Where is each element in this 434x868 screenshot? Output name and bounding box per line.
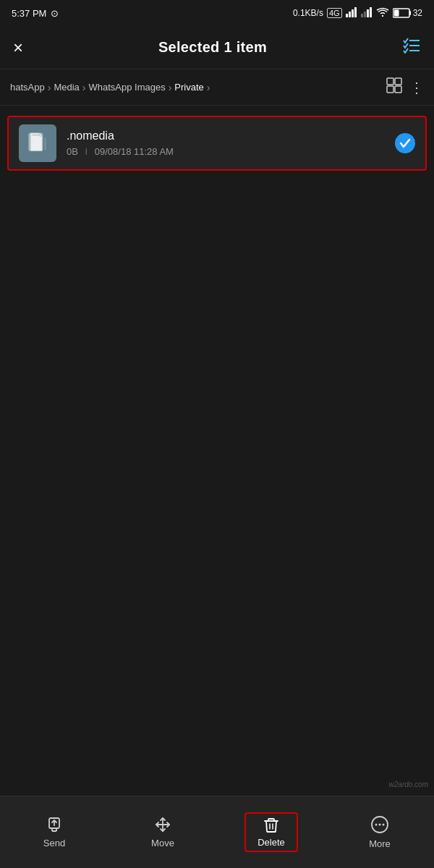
send-icon xyxy=(46,816,63,833)
svg-rect-1 xyxy=(349,12,351,17)
svg-rect-14 xyxy=(387,78,393,85)
signal-icon-2 xyxy=(361,7,373,20)
checklist-icon[interactable] xyxy=(402,38,421,58)
move-label: Move xyxy=(151,838,174,848)
svg-point-26 xyxy=(379,824,381,826)
svg-rect-0 xyxy=(346,14,348,17)
svg-point-25 xyxy=(375,824,378,826)
signal-icon xyxy=(346,7,357,20)
breadcrumb-sep-3: › xyxy=(169,82,172,93)
app-bar: × Selected 1 item xyxy=(0,26,434,69)
wifi-icon xyxy=(376,7,389,20)
grid-view-icon[interactable] xyxy=(386,77,402,97)
svg-rect-6 xyxy=(367,9,369,17)
svg-rect-9 xyxy=(409,11,411,15)
bottom-bar: Send Move Delete xyxy=(0,796,434,868)
status-time: 5:37 PM xyxy=(12,8,46,19)
page-title: Selected 1 item xyxy=(158,39,267,56)
svg-rect-16 xyxy=(387,86,393,93)
svg-rect-4 xyxy=(361,14,363,17)
breadcrumb-sep-2: › xyxy=(82,82,86,93)
svg-rect-7 xyxy=(370,7,372,17)
delete-icon xyxy=(263,817,280,834)
send-label: Send xyxy=(43,838,65,848)
breadcrumb-media[interactable]: Media xyxy=(54,82,79,93)
svg-rect-2 xyxy=(352,9,354,17)
svg-rect-5 xyxy=(364,12,366,17)
svg-point-27 xyxy=(383,824,385,826)
breadcrumb-hatsapp[interactable]: hatsApp xyxy=(10,82,45,93)
svg-rect-3 xyxy=(354,7,357,17)
delete-label: Delete xyxy=(258,837,285,848)
breadcrumb-whatsapp-images[interactable]: WhatsApp Images xyxy=(88,82,165,93)
file-meta: 0B I 09/08/18 11:28 AM xyxy=(67,146,395,157)
more-action[interactable]: More xyxy=(326,808,434,856)
breadcrumb-sep-4: › xyxy=(207,82,210,93)
breadcrumb-actions: ⋮ xyxy=(386,77,424,97)
breadcrumb-private[interactable]: Private xyxy=(174,82,203,93)
send-action[interactable]: Send xyxy=(0,809,109,856)
file-meta-separator: I xyxy=(85,146,88,157)
file-date: 09/08/18 11:28 AM xyxy=(95,146,174,157)
cloud-icon: ⊙ xyxy=(51,8,59,19)
move-icon xyxy=(154,816,171,833)
battery-icon: 32 xyxy=(393,8,422,18)
file-checkbox[interactable] xyxy=(395,133,415,153)
network-speed: 0.1KB/s xyxy=(293,8,323,18)
breadcrumb: hatsApp › Media › WhatsApp Images › Priv… xyxy=(10,82,379,93)
svg-rect-21 xyxy=(44,137,47,150)
file-type-icon xyxy=(19,124,56,162)
watermark: w2ardo.com xyxy=(389,780,428,788)
close-button[interactable]: × xyxy=(13,39,23,56)
delete-action-wrapper: Delete xyxy=(244,812,298,852)
status-bar: 5:37 PM ⊙ 0.1KB/s 4G xyxy=(0,0,434,26)
move-action[interactable]: Move xyxy=(109,809,217,856)
file-name: .nomedia xyxy=(67,129,395,142)
delete-action[interactable]: Delete xyxy=(217,805,326,859)
file-list: .nomedia 0B I 09/08/18 11:28 AM xyxy=(0,106,434,181)
network-type-icon: 4G xyxy=(327,8,342,18)
battery-level: 32 xyxy=(413,8,422,18)
more-label: More xyxy=(369,838,391,849)
breadcrumb-sep-1: › xyxy=(48,82,51,93)
svg-rect-10 xyxy=(393,10,399,17)
file-size: 0B xyxy=(67,146,78,157)
file-info: .nomedia 0B I 09/08/18 11:28 AM xyxy=(67,129,395,157)
more-options-icon[interactable]: ⋮ xyxy=(409,79,424,96)
more-icon xyxy=(370,815,389,834)
status-bar-right: 0.1KB/s 4G xyxy=(293,7,422,20)
status-bar-left: 5:37 PM ⊙ xyxy=(12,8,59,19)
file-item-nomedia[interactable]: .nomedia 0B I 09/08/18 11:28 AM xyxy=(7,116,427,171)
svg-rect-20 xyxy=(32,135,40,136)
svg-rect-15 xyxy=(395,78,401,85)
breadcrumb-bar: hatsApp › Media › WhatsApp Images › Priv… xyxy=(0,69,434,106)
svg-rect-17 xyxy=(395,86,401,93)
